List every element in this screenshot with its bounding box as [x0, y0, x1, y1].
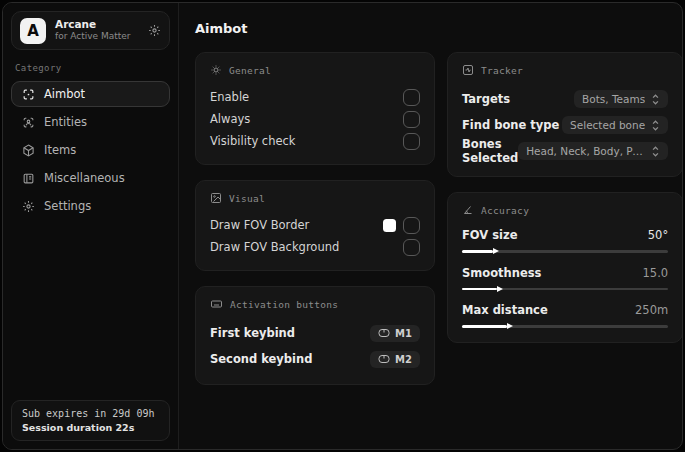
gear-icon — [21, 200, 35, 213]
tracker-card: Tracker Targets Bots, Teams — [447, 52, 683, 177]
sidebar-item-aimbot[interactable]: Aimbot — [11, 81, 170, 107]
tracker-row-bones-selected: Bones Selected Head, Neck, Body, Pe… — [462, 138, 668, 164]
setting-row-draw-fov-border: Draw FOV Border — [210, 214, 420, 236]
keyboard-icon — [210, 298, 223, 310]
sub-expiry-text: Sub expires in 29d 09h — [22, 408, 159, 419]
setting-label: Second keybind — [210, 352, 312, 366]
app-name: Arcane — [55, 18, 139, 31]
gear-sun-icon — [210, 64, 222, 76]
activity-icon — [462, 64, 474, 76]
setting-label: Draw FOV Background — [210, 240, 339, 254]
draw-fov-background-checkbox[interactable] — [403, 239, 420, 256]
brand-card: A Arcane for Active Matter — [11, 11, 170, 50]
sidebar-item-label: Miscellaneous — [44, 171, 125, 185]
setting-row-draw-fov-background: Draw FOV Background — [210, 236, 420, 258]
sidebar-item-settings[interactable]: Settings — [11, 193, 170, 219]
chevrons-up-down-icon — [651, 94, 660, 105]
angle-icon — [462, 204, 474, 216]
person-scan-icon — [21, 116, 35, 129]
image-icon — [210, 192, 222, 204]
chevrons-up-down-icon — [651, 146, 660, 157]
panel-list-icon — [21, 172, 35, 185]
chevrons-up-down-icon — [651, 120, 660, 131]
visual-card: Visual Draw FOV Border Draw FOV Backgrou… — [195, 180, 435, 271]
cube-icon — [21, 144, 35, 157]
crosshair-scan-icon — [21, 88, 35, 101]
slider-value: 15.0 — [643, 266, 669, 280]
keybind-row-first: First keybind M1 — [210, 320, 420, 346]
slider-fill — [462, 250, 493, 253]
sidebar-item-label: Entities — [44, 115, 87, 129]
tracker-row-targets: Targets Bots, Teams — [462, 86, 668, 112]
sidebar-item-label: Settings — [44, 199, 91, 213]
sidebar: A Arcane for Active Matter Category Aimb — [3, 3, 179, 449]
enable-checkbox[interactable] — [403, 89, 420, 106]
slider-value: 50° — [648, 228, 668, 242]
setting-label: Find bone type — [462, 118, 559, 132]
sidebar-item-miscellaneous[interactable]: Miscellaneous — [11, 165, 170, 191]
find-bone-type-select[interactable]: Selected bone — [562, 116, 668, 134]
max-distance-slider[interactable] — [462, 325, 668, 328]
targets-select[interactable]: Bots, Teams — [574, 90, 668, 108]
keybind-value: M2 — [395, 354, 412, 365]
activation-buttons-card: Activation buttons First keybind M1 — [195, 286, 435, 385]
general-card: General Enable Always Visibility check — [195, 52, 435, 165]
setting-label: Enable — [210, 90, 249, 104]
select-value: Bots, Teams — [582, 93, 645, 105]
mouse-icon — [378, 328, 390, 338]
session-duration-text: Session duration 22s — [22, 422, 159, 433]
setting-label: FOV size — [462, 228, 518, 242]
slider-row-smoothness: Smoothness 15.0 — [462, 264, 668, 291]
visibility-check-checkbox[interactable] — [403, 133, 420, 150]
fov-size-slider[interactable] — [462, 250, 668, 253]
setting-label: Max distance — [462, 303, 548, 317]
app-logo: A — [20, 18, 46, 44]
mouse-icon — [378, 354, 390, 364]
setting-label: Always — [210, 112, 250, 126]
setting-label: Bones Selected — [462, 137, 518, 165]
card-title: Tracker — [481, 65, 523, 76]
setting-row-always: Always — [210, 108, 420, 130]
setting-label: Visibility check — [210, 134, 296, 148]
always-checkbox[interactable] — [403, 111, 420, 128]
main-panel: Aimbot General — [179, 3, 683, 449]
card-title: Visual — [229, 193, 265, 204]
keybind-value: M1 — [395, 328, 412, 339]
setting-label: First keybind — [210, 326, 295, 340]
second-keybind-button[interactable]: M2 — [370, 351, 420, 368]
setting-label: Smoothness — [462, 266, 541, 280]
slider-row-max-distance: Max distance 250m — [462, 301, 668, 328]
slider-value: 250m — [635, 303, 668, 317]
select-value: Selected bone — [570, 119, 645, 131]
setting-row-enable: Enable — [210, 86, 420, 108]
slider-fill — [462, 325, 507, 328]
page-title: Aimbot — [195, 21, 683, 36]
brand-text: Arcane for Active Matter — [55, 18, 139, 42]
select-value: Head, Neck, Body, Pe… — [526, 145, 645, 157]
slider-row-fov-size: FOV size 50° — [462, 226, 668, 253]
sidebar-item-items[interactable]: Items — [11, 137, 170, 163]
bones-selected-select[interactable]: Head, Neck, Body, Pe… — [518, 142, 668, 160]
setting-label: Targets — [462, 92, 510, 106]
first-keybind-button[interactable]: M1 — [370, 325, 420, 342]
keybind-row-second: Second keybind M2 — [210, 346, 420, 372]
subscription-card: Sub expires in 29d 09h Session duration … — [11, 400, 170, 441]
category-label: Category — [15, 63, 166, 73]
tracker-row-find-bone-type: Find bone type Selected bone — [462, 112, 668, 138]
setting-label: Draw FOV Border — [210, 218, 309, 232]
app-window: A Arcane for Active Matter Category Aimb — [2, 2, 683, 450]
card-title: Activation buttons — [230, 299, 338, 310]
card-title: Accuracy — [481, 205, 529, 216]
sidebar-item-entities[interactable]: Entities — [11, 109, 170, 135]
sidebar-item-label: Aimbot — [44, 87, 85, 101]
color-swatch[interactable] — [383, 219, 396, 232]
accuracy-card: Accuracy FOV size 50° Smoothness — [447, 192, 683, 343]
sidebar-item-label: Items — [44, 143, 76, 157]
setting-row-visibility-check: Visibility check — [210, 130, 420, 152]
smoothness-slider[interactable] — [462, 288, 668, 291]
app-subtitle: for Active Matter — [55, 31, 139, 42]
card-title: General — [229, 65, 271, 76]
gear-icon[interactable] — [148, 24, 161, 37]
draw-fov-border-checkbox[interactable] — [403, 217, 420, 234]
slider-fill — [462, 288, 497, 291]
